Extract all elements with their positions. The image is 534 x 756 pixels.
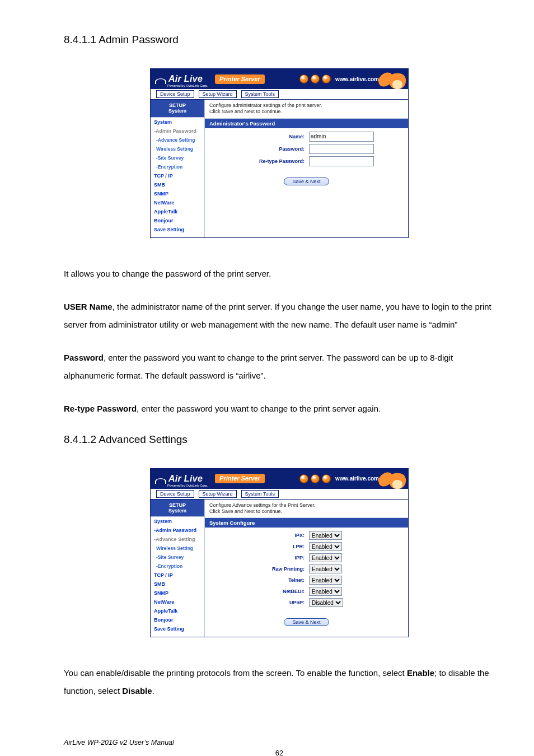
panel-section-title: Administrator's Password (205, 119, 408, 128)
proto-label-2: IPP: (209, 555, 309, 561)
heading-8-4-1-1: 8.4.1.1 Admin Password (64, 34, 495, 46)
proto-label-3: Raw Printing: (209, 566, 309, 572)
banner-title: Printer Server (215, 74, 265, 84)
sidebar-item-site-survey[interactable]: -Site Survey (151, 553, 204, 562)
proto-select-0[interactable]: Enabled (309, 531, 342, 540)
tab-device-setup[interactable]: Device Setup (156, 90, 194, 98)
proto-label-1: LPR: (209, 544, 309, 549)
tab-bar: Device Setup Setup Wizard System Tools (151, 489, 408, 500)
name-input[interactable] (309, 132, 374, 142)
mascot-icon (378, 69, 409, 89)
sidebar-item-netware[interactable]: NetWare (151, 598, 204, 606)
sidebar-item-wireless-setting[interactable]: Wireless Setting (151, 544, 204, 553)
proto-label-0: IPX: (209, 533, 309, 538)
banner-right-icons: www.airlive.com (299, 74, 379, 83)
panel-description: Configure Advance settings for the Print… (205, 500, 408, 519)
save-next-button[interactable]: Save & Next (284, 178, 329, 185)
sidebar-item-site-survey[interactable]: -Site Survey (151, 153, 204, 162)
sidebar-item-system[interactable]: System (151, 517, 204, 526)
sidebar-item-bonjour[interactable]: Bonjour (151, 216, 204, 225)
wifi-arc-icon (155, 474, 166, 484)
retype-password-label: Re-type Password: (209, 158, 309, 164)
sidebar-item-snmp[interactable]: SNMP (151, 189, 204, 198)
app-banner: Air Live Powered by OvisLink Corp. Print… (151, 69, 408, 89)
sidebar: SETUPSystem System -Admin Password -Adva… (151, 500, 205, 637)
screenshot-admin-password: Air Live Powered by OvisLink Corp. Print… (150, 68, 409, 238)
tab-setup-wizard[interactable]: Setup Wizard (199, 490, 237, 498)
heading-8-4-1-2: 8.4.1.2 Advanced Settings (64, 433, 495, 446)
sidebar-item-admin-password[interactable]: -Admin Password (151, 127, 204, 136)
sidebar-setup-box: SETUPSystem (151, 500, 204, 517)
paragraph-retype-password: Re-type Password, enter the password you… (64, 400, 495, 418)
brand-powered-text: Powered by OvisLink Corp. (167, 84, 208, 87)
banner-title: Printer Server (215, 474, 265, 483)
sidebar-item-netware[interactable]: NetWare (151, 198, 204, 207)
name-label: Name: (209, 134, 309, 139)
sidebar-item-admin-password[interactable]: -Admin Password (151, 526, 204, 535)
globe-icon (299, 474, 308, 483)
password-label: Password: (209, 146, 309, 152)
sidebar-item-save-setting[interactable]: Save Setting (151, 624, 204, 633)
refresh-icon (311, 74, 320, 83)
globe-icon (299, 74, 308, 83)
sidebar-item-encryption[interactable]: -Encryption (151, 562, 204, 571)
proto-select-6[interactable]: Disabled (309, 598, 343, 607)
sidebar-item-appletalk[interactable]: AppleTalk (151, 606, 204, 615)
tab-system-tools[interactable]: System Tools (241, 490, 279, 498)
proto-label-4: Telnet: (209, 577, 309, 583)
printer-server-badge: Printer Server (215, 474, 265, 483)
sidebar-item-bonjour[interactable]: Bonjour (151, 615, 204, 624)
proto-select-4[interactable]: Enabled (309, 576, 342, 585)
proto-select-3[interactable]: Enabled (309, 564, 342, 573)
paragraph-password: Password, enter the password you want to… (64, 349, 495, 384)
panel-section-title: System Configure (205, 518, 408, 528)
paragraph-enable-disable: You can enable/disable the printing prot… (64, 664, 495, 699)
sidebar-item-smb[interactable]: SMB (151, 580, 204, 589)
panel-description: Configure administrator settings of the … (205, 100, 408, 119)
sidebar-setup-box: SETUPSystem (151, 100, 204, 118)
brand-logo-text: Air Live (168, 74, 203, 84)
tab-system-tools[interactable]: System Tools (241, 90, 279, 98)
printer-server-badge: Printer Server (215, 74, 265, 84)
proto-select-1[interactable]: Enabled (309, 542, 342, 551)
sidebar-item-tcpip[interactable]: TCP / IP (151, 171, 204, 180)
sidebar-item-snmp[interactable]: SNMP (151, 589, 204, 598)
wifi-arc-icon (155, 74, 166, 84)
sidebar-item-encryption[interactable]: -Encryption (151, 162, 204, 171)
tab-bar: Device Setup Setup Wizard System Tools (151, 89, 408, 100)
sidebar-item-advance-setting[interactable]: -Advance Setting (151, 136, 204, 144)
sidebar-item-system[interactable]: System (151, 118, 204, 127)
brand-url: www.airlive.com (335, 76, 379, 82)
proto-select-5[interactable]: Enabled (309, 587, 342, 596)
paragraph-user-name: USER Name, the administrator name of the… (64, 298, 495, 333)
sidebar-item-wireless-setting[interactable]: Wireless Setting (151, 144, 204, 153)
sidebar-item-tcpip[interactable]: TCP / IP (151, 571, 204, 580)
proto-label-6: UPnP: (209, 600, 309, 605)
mascot-icon (378, 469, 409, 489)
banner-right-icons: www.airlive.com (299, 474, 379, 483)
brand-powered-text: Powered by OvisLink Corp. (167, 484, 208, 487)
save-next-button[interactable]: Save & Next (284, 618, 329, 626)
footer-model: AirLive WP-201G v2 User’s Manual (64, 739, 495, 746)
proto-label-5: NetBEUI: (209, 589, 309, 594)
home-icon (322, 474, 331, 483)
sidebar: SETUPSystem System -Admin Password -Adva… (151, 100, 205, 237)
proto-select-2[interactable]: Enabled (309, 553, 342, 562)
brand-logo-text: Air Live (168, 474, 203, 484)
sidebar-item-appletalk[interactable]: AppleTalk (151, 207, 204, 216)
tab-setup-wizard[interactable]: Setup Wizard (199, 90, 237, 98)
paragraph-intro: It allows you to change the password of … (64, 265, 495, 283)
retype-password-input[interactable] (309, 156, 374, 166)
sidebar-item-smb[interactable]: SMB (151, 180, 204, 189)
home-icon (322, 74, 331, 83)
app-banner: Air Live Powered by OvisLink Corp. Print… (151, 469, 408, 489)
brand-url: www.airlive.com (335, 475, 379, 482)
password-input[interactable] (309, 144, 374, 154)
tab-device-setup[interactable]: Device Setup (156, 490, 194, 498)
sidebar-item-advance-setting[interactable]: -Advance Setting (151, 535, 204, 544)
sidebar-item-save-setting[interactable]: Save Setting (151, 225, 204, 234)
page-number: 62 (64, 749, 495, 756)
refresh-icon (311, 474, 320, 483)
screenshot-advanced-settings: Air Live Powered by OvisLink Corp. Print… (150, 468, 409, 638)
